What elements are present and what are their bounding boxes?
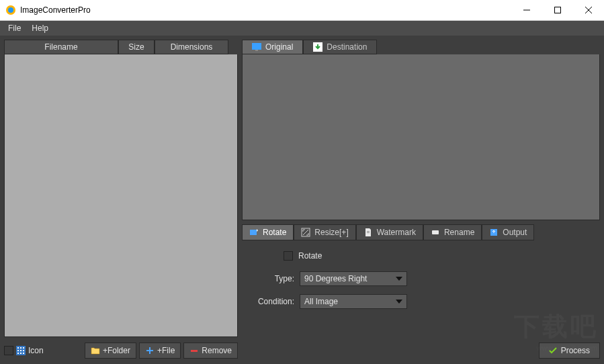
plus-icon	[145, 346, 155, 355]
app-icon	[5, 5, 16, 15]
export-icon	[489, 228, 499, 237]
condition-value: All Image	[304, 297, 338, 306]
rotate-checkbox-label: Rotate	[298, 251, 322, 261]
minimize-icon	[523, 7, 530, 13]
col-size[interactable]: Size	[118, 40, 155, 54]
type-select[interactable]: 90 Degrees Right	[300, 271, 407, 286]
bottom-bar: Process	[242, 341, 600, 360]
svg-rect-22	[250, 230, 257, 235]
condition-select[interactable]: All Image	[300, 294, 407, 309]
icon-view-toggle[interactable]: Icon	[4, 346, 44, 355]
icon-checkbox[interactable]	[4, 346, 13, 355]
add-folder-label: +Folder	[103, 346, 130, 355]
rotate-enable-row: Rotate	[247, 247, 595, 265]
window-title: ImageConverterPro	[20, 5, 511, 15]
rotate-type-row: Type: 90 Degrees Right	[247, 270, 595, 287]
rotate-panel: Rotate Type: 90 Degrees Right Condition:…	[242, 240, 600, 341]
type-value: 90 Degrees Right	[304, 274, 367, 283]
tag-icon	[431, 228, 440, 237]
svg-rect-25	[367, 232, 370, 233]
chevron-down-icon	[396, 300, 402, 304]
preview-body	[242, 54, 600, 220]
svg-rect-19	[252, 43, 261, 50]
process-label: Process	[561, 346, 590, 355]
tab-resize-label: Resize[+]	[314, 228, 348, 237]
tab-rename-label: Rename	[444, 228, 474, 237]
check-icon	[549, 347, 557, 355]
left-toolbar: Icon +Folder +File Remove	[4, 341, 238, 360]
menu-help[interactable]: Help	[26, 22, 54, 34]
svg-rect-14	[20, 353, 21, 354]
rotate-condition-row: Condition: All Image	[247, 293, 595, 310]
tab-destination-label: Destination	[327, 42, 367, 52]
svg-rect-11	[20, 350, 21, 351]
maximize-icon	[554, 7, 561, 13]
add-folder-button[interactable]: +Folder	[85, 343, 136, 359]
titlebar: ImageConverterPro	[0, 0, 604, 21]
condition-label: Condition:	[247, 297, 294, 306]
svg-rect-26	[432, 230, 439, 234]
chevron-down-icon	[396, 277, 402, 281]
add-file-label: +File	[157, 346, 175, 355]
svg-rect-7	[17, 347, 19, 349]
left-panel: Filename Size Dimensions Icon +Folde	[4, 40, 238, 360]
svg-rect-15	[23, 353, 24, 354]
resize-icon	[301, 228, 310, 237]
menu-file[interactable]: File	[3, 22, 26, 34]
svg-rect-8	[20, 347, 21, 349]
process-button[interactable]: Process	[539, 343, 600, 359]
arrow-down-icon	[313, 42, 322, 52]
monitor-icon	[252, 43, 261, 51]
svg-rect-10	[17, 350, 19, 351]
file-table-header: Filename Size Dimensions	[4, 40, 238, 54]
main-area: Filename Size Dimensions Icon +Folde	[0, 36, 604, 364]
type-label: Type:	[247, 274, 294, 283]
tab-rotate[interactable]: Rotate	[242, 224, 294, 240]
tab-rename[interactable]: Rename	[423, 224, 482, 240]
operation-tabs: Rotate Resize[+] Watermark Rename Output	[242, 224, 600, 240]
file-table-body[interactable]	[4, 54, 238, 337]
preview-tabs: Original Destination	[242, 40, 600, 54]
tab-watermark-label: Watermark	[377, 228, 416, 237]
close-button[interactable]	[573, 0, 604, 20]
col-filename[interactable]: Filename	[4, 40, 118, 54]
svg-rect-9	[23, 347, 24, 349]
document-icon	[363, 228, 373, 237]
minimize-button[interactable]	[511, 0, 542, 20]
menubar: File Help	[0, 21, 604, 36]
remove-button[interactable]: Remove	[183, 343, 238, 359]
grid-icon	[16, 346, 26, 355]
add-file-button[interactable]: +File	[139, 343, 181, 359]
remove-label: Remove	[202, 346, 232, 355]
close-icon	[585, 7, 592, 13]
svg-point-1	[8, 7, 13, 13]
maximize-button[interactable]	[542, 0, 573, 20]
rotate-checkbox[interactable]	[284, 251, 293, 261]
svg-rect-20	[255, 50, 258, 51]
tab-rotate-label: Rotate	[263, 228, 286, 237]
col-dimensions[interactable]: Dimensions	[155, 40, 228, 54]
svg-rect-13	[17, 353, 19, 354]
minus-icon	[189, 346, 199, 355]
tab-destination[interactable]: Destination	[303, 40, 377, 54]
tab-resize[interactable]: Resize[+]	[294, 224, 355, 240]
icon-label: Icon	[28, 346, 44, 355]
folder-icon	[91, 346, 100, 355]
right-panel: Original Destination Rotate Resize[+]	[242, 40, 600, 360]
svg-rect-18	[191, 350, 198, 352]
tab-output[interactable]: Output	[482, 224, 534, 240]
tab-original-label: Original	[265, 42, 293, 52]
tab-watermark[interactable]: Watermark	[356, 224, 423, 240]
tab-output-label: Output	[503, 228, 527, 237]
tab-original[interactable]: Original	[242, 40, 303, 54]
svg-rect-3	[555, 7, 561, 13]
rotate-icon	[249, 228, 259, 237]
svg-rect-12	[23, 350, 24, 351]
svg-rect-24	[367, 231, 370, 232]
